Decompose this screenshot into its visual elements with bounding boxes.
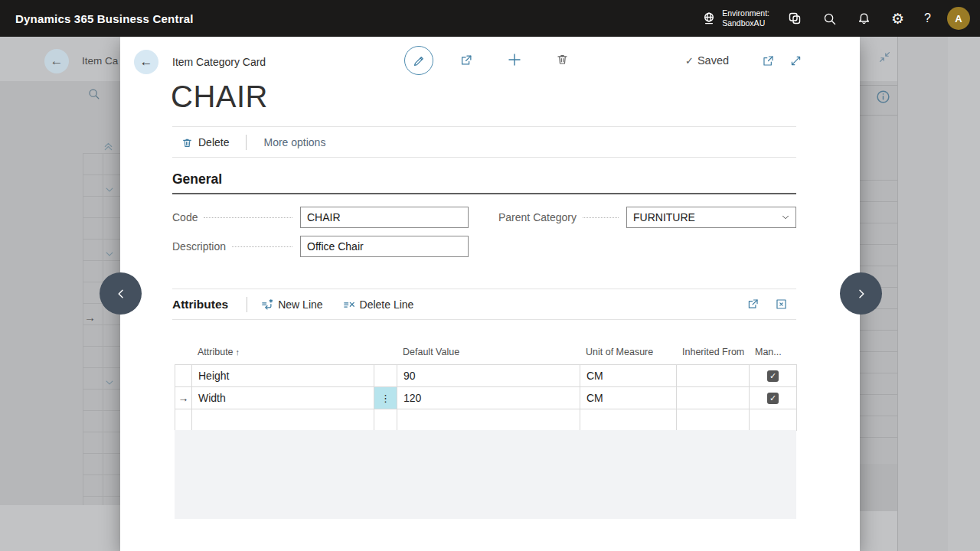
parent-category-field-row: Parent Category FURNITURE xyxy=(498,207,796,228)
check-icon: ✓ xyxy=(685,55,694,67)
code-input[interactable] xyxy=(300,207,469,228)
backdrop-chevron-down-icon xyxy=(104,377,115,388)
mandatory-cell[interactable]: ✓ xyxy=(750,409,797,431)
back-button[interactable]: ← xyxy=(134,50,158,74)
table-row: → Width ⋮ 120 CM ✓ xyxy=(175,387,797,409)
back-arrow-icon: ← xyxy=(140,54,153,70)
mandatory-checkbox[interactable]: ✓ xyxy=(767,393,779,404)
row-selector-cell[interactable]: → xyxy=(175,387,192,409)
description-input[interactable] xyxy=(300,236,469,257)
row-selector-cell[interactable]: → xyxy=(175,365,192,387)
notifications-bell-icon[interactable] xyxy=(847,0,881,37)
parent-category-value: FURNITURE xyxy=(633,211,780,223)
environment-button[interactable]: Environment: SandboxAU xyxy=(694,0,777,37)
new-record-button[interactable] xyxy=(507,52,522,67)
code-label: Code xyxy=(172,211,198,223)
ellipsis-icon: ⋮ xyxy=(381,393,390,404)
attributes-table: → Height ⋮ 90 CM ✓ → Width xyxy=(175,364,797,431)
delete-record-button[interactable] xyxy=(556,53,569,66)
expand-diagonal-icon xyxy=(789,54,802,67)
backdrop-chevron-down-icon xyxy=(104,249,115,259)
row-options-cell[interactable]: ⋮ xyxy=(374,365,397,387)
chevron-down-icon xyxy=(780,212,791,223)
page-caption: Item Category Card xyxy=(172,56,266,68)
pencil-icon xyxy=(413,54,426,67)
description-label: Description xyxy=(172,240,226,253)
mandatory-cell[interactable]: ✓ xyxy=(750,387,797,409)
default-value-cell[interactable] xyxy=(397,409,580,431)
search-icon[interactable] xyxy=(812,0,847,37)
column-header-default-value[interactable]: Default Value xyxy=(397,347,580,364)
expand-button[interactable] xyxy=(789,54,802,67)
action-bar: Delete More options xyxy=(181,130,325,155)
inherited-from-cell[interactable] xyxy=(677,409,750,431)
backdrop-back-icon: ← xyxy=(44,49,69,73)
column-header-unit-of-measure[interactable]: Unit of Measure xyxy=(580,347,676,364)
next-record-button[interactable] xyxy=(840,272,882,315)
inherited-from-cell[interactable] xyxy=(677,387,750,409)
attribute-cell[interactable]: Height xyxy=(192,365,374,387)
default-value-cell[interactable]: 120 xyxy=(397,387,580,409)
mandatory-checkbox[interactable]: ✓ xyxy=(767,370,779,382)
attributes-section-heading[interactable]: Attributes xyxy=(172,298,228,311)
attributes-share-button[interactable] xyxy=(746,298,760,311)
row-options-cell[interactable]: ⋮ xyxy=(374,387,397,409)
backdrop-chevron-down-icon xyxy=(104,184,115,195)
description-field-row: Description xyxy=(172,236,469,257)
parent-category-select[interactable]: FURNITURE xyxy=(626,207,796,228)
sort-ascending-icon: ↑ xyxy=(236,347,240,357)
attributes-panel-filler xyxy=(175,430,796,519)
column-header-mandatory[interactable]: Man... xyxy=(749,347,796,364)
backdrop-collapse-pane-icon xyxy=(878,51,891,64)
more-options-action[interactable]: More options xyxy=(263,136,325,148)
help-icon[interactable]: ? xyxy=(914,0,941,37)
previous-record-button[interactable] xyxy=(100,272,142,315)
settings-gear-icon[interactable]: ⚙ xyxy=(881,0,914,37)
backdrop-collapse-rows-icon xyxy=(103,141,114,152)
backdrop-table-grid xyxy=(83,153,120,505)
current-row-arrow: → xyxy=(178,392,189,404)
general-section-heading[interactable]: General xyxy=(172,171,222,187)
trash-icon xyxy=(556,53,569,66)
popout-icon xyxy=(775,298,788,311)
parent-category-label: Parent Category xyxy=(498,211,577,223)
avatar[interactable]: A xyxy=(947,7,970,30)
unit-of-measure-cell[interactable] xyxy=(580,409,677,431)
dynamics-apps-icon[interactable] xyxy=(777,0,812,37)
attributes-toolbar: Attributes New Line xyxy=(172,293,433,316)
globe-icon xyxy=(701,11,717,26)
backdrop-current-row-arrow: → xyxy=(84,311,96,324)
new-line-button[interactable]: New Line xyxy=(261,298,322,311)
mandatory-cell[interactable]: ✓ xyxy=(750,365,797,387)
backdrop-list-title: Item Ca xyxy=(82,55,118,67)
trash-icon xyxy=(181,137,193,148)
chevron-right-icon xyxy=(855,288,867,300)
delete-action[interactable]: Delete xyxy=(181,136,229,148)
default-value-cell[interactable]: 90 xyxy=(397,365,580,387)
attribute-cell[interactable]: Width xyxy=(192,387,374,409)
edit-button[interactable] xyxy=(404,46,433,75)
unit-of-measure-cell[interactable]: CM xyxy=(580,387,677,409)
row-selector-cell[interactable]: → xyxy=(175,409,192,431)
backdrop-search-icon xyxy=(87,87,100,100)
new-line-icon xyxy=(261,298,273,311)
open-in-window-button[interactable] xyxy=(762,54,775,67)
screen: Dynamics 365 Business Central Environmen… xyxy=(0,0,980,551)
popout-icon xyxy=(762,54,775,67)
share-button[interactable] xyxy=(459,54,473,67)
column-header-attribute[interactable]: Attribute↑ xyxy=(191,347,374,364)
app-title[interactable]: Dynamics 365 Business Central xyxy=(15,12,194,25)
table-row-empty: → ⋮ ✓ xyxy=(175,409,797,431)
inherited-from-cell[interactable] xyxy=(677,365,750,387)
plus-icon xyxy=(507,52,522,67)
unit-of-measure-cell[interactable]: CM xyxy=(580,365,677,387)
item-category-card-dialog: ← Item Category Card xyxy=(120,37,860,551)
row-options-cell[interactable]: ⋮ xyxy=(374,409,397,431)
attribute-cell[interactable] xyxy=(192,409,374,431)
environment-text: Environment: SandboxAU xyxy=(722,8,769,28)
column-header-inherited-from[interactable]: Inherited From xyxy=(676,347,749,364)
delete-line-button[interactable]: Delete Line xyxy=(343,298,414,311)
table-row: → Height ⋮ 90 CM ✓ xyxy=(175,365,797,387)
attributes-open-in-excel-button[interactable] xyxy=(775,298,788,311)
chevron-left-icon xyxy=(115,288,127,300)
